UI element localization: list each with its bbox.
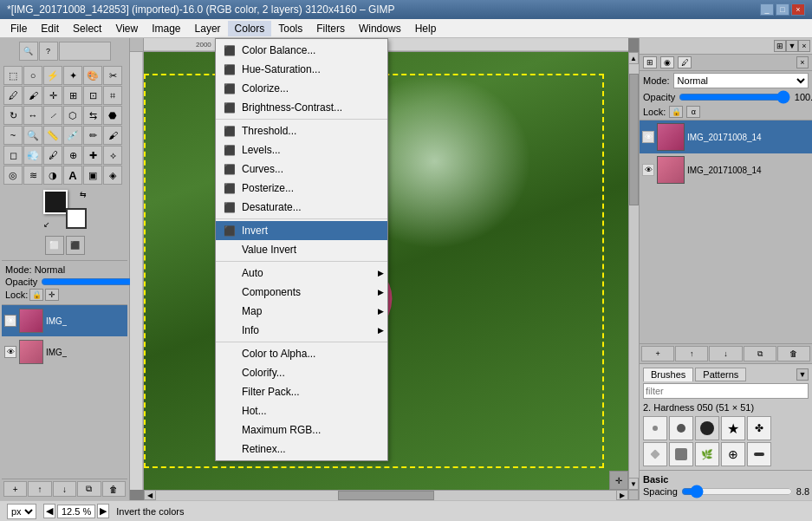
tool-select-by-color[interactable]: 🎨 — [83, 66, 102, 85]
brush-item-active[interactable] — [695, 416, 719, 440]
zoom-btn[interactable]: ▶ — [97, 504, 109, 518]
layer-item-1[interactable]: 👁 IMG_ — [2, 305, 127, 336]
right-layer-dup-btn[interactable]: ⧉ — [744, 346, 776, 361]
layer-item-2[interactable]: 👁 IMG_ — [2, 336, 127, 368]
menu-levels[interactable]: ⬛ Levels... — [216, 140, 387, 160]
brush-filter-input[interactable] — [643, 383, 809, 399]
tool-eraser[interactable]: ◻ — [3, 146, 23, 165]
layer-delete-btn[interactable]: 🗑 — [102, 481, 126, 497]
tool-crop[interactable]: ⌗ — [103, 86, 122, 105]
menu-brightness-contrast[interactable]: ⬛ Brightness-Contrast... — [216, 98, 387, 117]
menu-view[interactable]: View — [108, 21, 145, 36]
tool-rotate[interactable]: ↻ — [3, 106, 23, 125]
brushes-panel-btn[interactable]: ▼ — [796, 368, 809, 381]
menu-layer[interactable]: Layer — [188, 21, 228, 36]
tool-fuzzy-select[interactable]: ✦ — [63, 66, 82, 85]
layers-icon[interactable]: ⊞ — [643, 56, 657, 68]
tool-perspective[interactable]: ⬡ — [63, 106, 82, 125]
tool-align[interactable]: ⊞ — [63, 86, 82, 105]
right-layer-del-btn[interactable]: 🗑 — [777, 346, 810, 361]
menu-filters[interactable]: Filters — [309, 21, 352, 36]
lock-pixels-btn-r[interactable]: 🔒 — [669, 106, 683, 118]
h-scrollbar-thumb[interactable] — [338, 491, 435, 500]
tool-search-btn[interactable]: 🔍 — [19, 42, 38, 61]
tool-ellipse-select[interactable]: ○ — [23, 66, 42, 85]
menu-tools[interactable]: Tools — [271, 21, 309, 36]
patterns-tab[interactable]: Patterns — [695, 368, 746, 381]
lock-alpha-btn-r[interactable]: α — [686, 106, 700, 118]
vertical-scrollbar[interactable] — [628, 52, 639, 490]
layer-raise-btn[interactable]: ↑ — [28, 481, 51, 497]
brush-item[interactable] — [747, 442, 771, 466]
minimize-button[interactable]: _ — [760, 3, 774, 16]
brush-item[interactable]: 🌿 — [695, 442, 719, 466]
tool-warp[interactable]: ~ — [3, 126, 23, 145]
tool-clone[interactable]: ⊕ — [63, 146, 82, 165]
brush-item[interactable]: ★ — [721, 416, 745, 440]
menu-edit[interactable]: Edit — [34, 21, 66, 36]
menu-color-to-alpha[interactable]: Color to Alpha... — [216, 344, 387, 363]
scroll-down-btn[interactable]: ▼ — [628, 478, 639, 490]
mode-select[interactable]: Normal — [673, 73, 809, 88]
menu-posterize[interactable]: ⬛ Posterize... — [216, 179, 387, 198]
menu-curves[interactable]: ⬛ Curves... — [216, 160, 387, 179]
tool-paths[interactable]: 🖊 — [3, 86, 23, 105]
brush-item[interactable] — [669, 416, 693, 440]
menu-color-balance[interactable]: ⬛ Color Balance... — [216, 41, 387, 60]
menu-windows[interactable]: Windows — [352, 21, 408, 36]
spacing-slider[interactable] — [681, 487, 793, 496]
tool-free-select[interactable]: ⚡ — [43, 66, 62, 85]
tool-pencil[interactable]: ✏ — [83, 126, 102, 145]
menu-maximum-rgb[interactable]: Maximum RGB... — [216, 420, 387, 440]
right-panel-close-btn[interactable]: × — [796, 56, 809, 68]
panel-menu-btn[interactable]: ⊞ — [774, 40, 786, 52]
scroll-up-btn[interactable]: ▲ — [628, 52, 639, 64]
quick-mask-icon[interactable]: ⬛ — [66, 236, 85, 255]
tool-zoom[interactable]: 🔍 — [23, 126, 42, 145]
brushes-tab[interactable]: Brushes — [643, 368, 693, 381]
tool-scale[interactable]: ↔ — [23, 106, 42, 125]
tool-airbrush[interactable]: 💨 — [23, 146, 42, 165]
menu-hot[interactable]: Hot... — [216, 401, 387, 420]
scroll-right-btn[interactable]: ▶ — [616, 490, 628, 500]
unit-select[interactable]: px — [7, 504, 36, 519]
right-layer-1-eye[interactable]: 👁 — [642, 131, 654, 143]
right-opacity-slider[interactable] — [679, 92, 790, 102]
tool-help-btn[interactable]: ? — [39, 42, 58, 61]
menu-colorify[interactable]: Colorify... — [216, 363, 387, 382]
layer-1-eye[interactable]: 👁 — [4, 315, 16, 327]
brush-item[interactable] — [643, 442, 667, 466]
tool-fill[interactable]: ▣ — [83, 166, 102, 185]
tool-text[interactable]: A — [63, 166, 82, 185]
tool-paint-select[interactable]: 🖌 — [23, 86, 42, 105]
tool-blend[interactable]: ◈ — [103, 166, 122, 185]
tool-ink[interactable]: 🖋 — [43, 146, 62, 165]
layer-lower-btn[interactable]: ↓ — [53, 481, 76, 497]
reset-colors-icon[interactable]: ↙ — [43, 220, 50, 229]
layer-new-btn[interactable]: + — [3, 481, 27, 497]
layer-duplicate-btn[interactable]: ⧉ — [77, 481, 101, 497]
brush-item[interactable] — [669, 442, 693, 466]
horizontal-scrollbar[interactable] — [144, 490, 628, 500]
right-layer-2-eye[interactable]: 👁 — [642, 164, 654, 176]
menu-image[interactable]: Image — [145, 21, 187, 36]
paths-icon[interactable]: 🖊 — [678, 56, 692, 68]
menu-invert[interactable]: ⬛ Invert — [216, 221, 387, 240]
scroll-left-btn[interactable]: ◀ — [144, 490, 156, 500]
background-color[interactable] — [66, 208, 87, 229]
tool-dodge[interactable]: ◑ — [43, 166, 62, 185]
tool-rect-select[interactable]: ⬚ — [3, 66, 23, 85]
tool-heal[interactable]: ✚ — [83, 146, 102, 165]
canvas-nav-btn[interactable]: ✛ — [609, 471, 628, 490]
menu-hue-saturation[interactable]: ⬛ Hue-Saturation... — [216, 60, 387, 79]
tool-scissors-select[interactable]: ✂ — [103, 66, 122, 85]
brush-item[interactable]: ✤ — [747, 416, 771, 440]
right-layer-new-btn[interactable]: + — [641, 346, 674, 361]
menu-value-invert[interactable]: Value Invert — [216, 240, 387, 259]
v-scrollbar-thumb[interactable] — [629, 74, 639, 205]
menu-colorize[interactable]: ⬛ Colorize... — [216, 79, 387, 98]
menu-map[interactable]: Map — [216, 302, 387, 321]
right-layer-up-btn[interactable]: ↑ — [675, 346, 708, 361]
menu-retinex[interactable]: Retinex... — [216, 440, 387, 459]
menu-help[interactable]: Help — [408, 21, 444, 36]
